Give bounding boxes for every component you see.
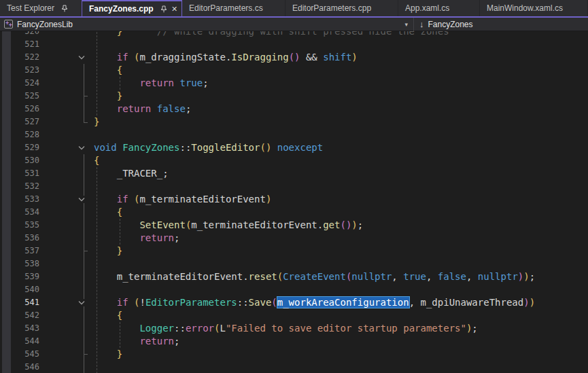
code-line[interactable]: 523 { <box>0 64 588 77</box>
fold-column <box>39 245 94 257</box>
tab-app-xaml-cs[interactable]: App.xaml.cs <box>398 0 480 16</box>
code-line[interactable]: 521 <box>0 38 588 51</box>
tab-label: App.xaml.cs <box>405 3 449 13</box>
tab-editorparameters-cs[interactable]: EditorParameters.cs <box>182 0 286 16</box>
code-line[interactable]: 536 return; <box>0 232 588 245</box>
line-number: 524 <box>0 77 39 90</box>
code-line[interactable]: 532 <box>0 180 588 193</box>
code-line[interactable]: 533 if (m_terminateEditorEvent) <box>0 193 588 206</box>
fold-column <box>39 116 94 128</box>
code-line[interactable]: 530{ <box>0 154 588 167</box>
code-text: if (m_terminateEditorEvent) <box>94 193 588 206</box>
code-text <box>94 257 588 270</box>
code-line[interactable]: 525 } <box>0 90 588 103</box>
code-line[interactable]: 537 } <box>0 245 588 257</box>
fold-column <box>39 51 94 64</box>
fold-column <box>39 154 94 167</box>
navigation-bar: ++ FancyZonesLib ▾ ↓ FancyZones <box>0 18 588 31</box>
fold-chevron-icon[interactable] <box>76 196 87 203</box>
code-line[interactable]: 540 <box>0 283 588 296</box>
code-text <box>94 180 588 193</box>
code-line[interactable]: 529void FancyZones::ToggleEditor() noexc… <box>0 141 588 154</box>
fold-column <box>39 167 94 180</box>
project-combo-label: FancyZonesLib <box>17 20 73 29</box>
code-text: } <box>94 245 588 257</box>
fold-column <box>39 206 94 219</box>
code-line[interactable]: 544 return; <box>0 335 588 348</box>
tab-label: FancyZones.cpp <box>89 4 154 14</box>
fold-column <box>39 257 94 270</box>
code-lines: 520 } // while dragging with shift press… <box>0 31 588 373</box>
chevron-down-icon[interactable]: ▾ <box>404 21 408 28</box>
line-number: 528 <box>0 128 39 141</box>
tab-test-explorer[interactable]: Test Explorer <box>0 0 82 16</box>
code-line[interactable]: 538 <box>0 257 588 270</box>
code-line[interactable]: 531 _TRACER_; <box>0 167 588 180</box>
code-text: } <box>94 348 588 361</box>
line-number: 542 <box>0 309 39 322</box>
line-number: 523 <box>0 64 39 77</box>
fold-column <box>39 270 94 283</box>
code-text: } <box>94 90 588 103</box>
scope-combo[interactable]: ↓ FancyZones <box>414 18 473 31</box>
fold-column <box>39 219 94 232</box>
close-icon[interactable]: ✕ <box>170 4 179 14</box>
line-number: 531 <box>0 167 39 180</box>
code-line[interactable]: 535 SetEvent(m_terminateEditorEvent.get(… <box>0 219 588 232</box>
pin-icon[interactable] <box>159 4 169 14</box>
fold-chevron-icon[interactable] <box>76 299 87 306</box>
line-number: 540 <box>0 283 39 296</box>
line-number: 532 <box>0 180 39 193</box>
fold-column <box>39 90 94 103</box>
code-line[interactable]: 545 } <box>0 348 588 361</box>
code-line[interactable]: 541 if (!EditorParameters::Save(m_workAr… <box>0 296 588 309</box>
fold-chevron-icon[interactable] <box>76 144 87 152</box>
cpp-project-icon: ++ <box>4 20 13 29</box>
code-line[interactable]: 528 <box>0 128 588 141</box>
fold-column <box>39 361 94 373</box>
code-line[interactable]: 539 m_terminateEditorEvent.reset(CreateE… <box>0 270 588 283</box>
fold-chevron-icon[interactable] <box>76 54 87 61</box>
code-text: return; <box>94 232 588 245</box>
code-line[interactable]: 526 return false; <box>0 103 588 116</box>
fold-column <box>39 309 94 322</box>
line-number: 543 <box>0 322 39 335</box>
code-line[interactable]: 527} <box>0 116 588 128</box>
fold-column <box>39 193 94 206</box>
fold-column <box>39 31 94 38</box>
project-combo[interactable]: ++ FancyZonesLib ▾ <box>0 18 413 31</box>
code-text: { <box>94 309 588 322</box>
line-number: 526 <box>0 103 39 116</box>
tab-bar: Test ExplorerFancyZones.cpp✕EditorParame… <box>0 0 588 16</box>
line-number: 539 <box>0 270 39 283</box>
tab-label: EditorParameters.cs <box>189 3 263 13</box>
tab-mainwindow-xaml-cs[interactable]: MainWindow.xaml.cs <box>480 0 588 16</box>
selection-highlight[interactable]: m_workAreaConfiguration <box>277 297 409 308</box>
code-line[interactable]: 543 Logger::error(L"Failed to save edito… <box>0 322 588 335</box>
code-text: void FancyZones::ToggleEditor() noexcept <box>94 141 588 154</box>
code-text: } // while dragging with shift pressed h… <box>94 31 588 38</box>
code-line[interactable]: 520 } // while dragging with shift press… <box>0 31 588 38</box>
line-number: 530 <box>0 154 39 167</box>
code-text: _TRACER_; <box>94 167 588 180</box>
line-number: 541 <box>0 296 39 309</box>
code-line[interactable]: 534 { <box>0 206 588 219</box>
tab-label: MainWindow.xaml.cs <box>487 3 563 13</box>
line-number: 522 <box>0 51 39 64</box>
code-text: if (m_draggingState.IsDragging() && shif… <box>94 51 588 64</box>
code-text <box>94 128 588 141</box>
line-number: 535 <box>0 219 39 232</box>
code-line[interactable]: 542 { <box>0 309 588 322</box>
tab-fancyzones-cpp[interactable]: FancyZones.cpp✕ <box>82 0 182 16</box>
code-text: SetEvent(m_terminateEditorEvent.get()); <box>94 219 588 232</box>
code-text: { <box>94 206 588 219</box>
fold-column <box>39 180 94 193</box>
code-line[interactable]: 524 return true; <box>0 77 588 90</box>
code-line[interactable]: 546 <box>0 361 588 373</box>
code-line[interactable]: 522 if (m_draggingState.IsDragging() && … <box>0 51 588 64</box>
pin-icon[interactable] <box>60 3 69 13</box>
line-number: 527 <box>0 116 39 128</box>
code-editor[interactable]: 520 } // while dragging with shift press… <box>0 31 588 373</box>
code-text: { <box>94 154 588 167</box>
tab-editorparameters-cpp[interactable]: EditorParameters.cpp <box>286 0 398 16</box>
